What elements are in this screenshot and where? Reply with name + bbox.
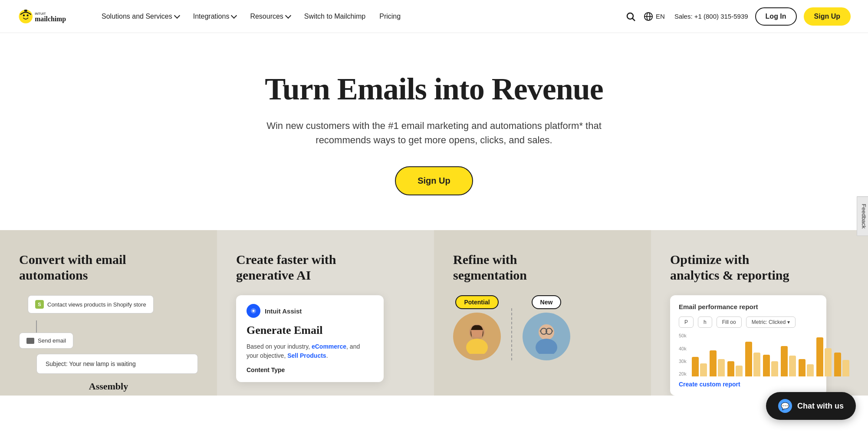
nav-links: Solutions and Services Integrations Reso…	[95, 9, 625, 24]
hero-subtitle: Win new customers with the #1 email mark…	[256, 119, 612, 147]
generate-email-desc: Based on your industry, eCommerce, and y…	[247, 342, 373, 360]
language-selector[interactable]: EN	[644, 12, 667, 21]
bar-light-2	[736, 366, 743, 376]
chat-button[interactable]: 💬 Chat with us	[766, 392, 856, 396]
bar-light-3	[753, 353, 760, 376]
tool-metric[interactable]: Metric: Clicked ▾	[746, 317, 796, 328]
tool-h[interactable]: h	[698, 317, 712, 328]
feature-card-automations: Convert with email automations S Contact…	[0, 230, 217, 396]
trigger-element: S Contact views products in Shopify stor…	[28, 295, 154, 313]
analytics-mockup: Email performance report P h Fill oo Met…	[670, 295, 826, 396]
phone-number: Sales: +1 (800) 315-5939	[674, 13, 748, 20]
connector-line	[36, 320, 37, 333]
y-axis-labels: 50k 40k 30k 20k	[679, 333, 687, 376]
nav-right: EN Sales: +1 (800) 315-5939 Log In Sign …	[625, 7, 851, 26]
tool-fill[interactable]: Fill oo	[717, 317, 742, 328]
hero-signup-button[interactable]: Sign Up	[395, 166, 473, 195]
bar-gold-7	[816, 337, 823, 376]
search-icon[interactable]	[625, 10, 637, 23]
assembly-label: Assembly	[19, 381, 198, 392]
report-title: Email performance report	[679, 303, 818, 310]
nav-switch[interactable]: Switch to Mailchimp	[298, 9, 372, 24]
bar-gold-0	[692, 357, 699, 376]
bar-gold-3	[745, 342, 752, 376]
bar-gold-1	[710, 350, 717, 376]
svg-text:INTUIT: INTUIT	[35, 11, 46, 15]
ecommerce-link[interactable]: eCommerce	[312, 343, 346, 350]
solutions-chevron-icon	[174, 13, 180, 19]
svg-line-7	[633, 18, 635, 21]
segment-person-2: New	[523, 295, 570, 360]
features-section: Convert with email automations S Contact…	[0, 230, 868, 396]
avatar-woman	[453, 313, 501, 360]
bar-light-4	[771, 361, 778, 376]
bar-light-0	[700, 363, 707, 376]
feature-card1-title: Convert with email automations	[19, 252, 141, 283]
feature-card4-title: Optimize with analytics & reporting	[670, 252, 792, 283]
send-email-element: Send email	[19, 333, 73, 349]
svg-point-16	[536, 339, 557, 354]
automation-mockup: S Contact views products in Shopify stor…	[19, 295, 198, 392]
nav-resources[interactable]: Resources	[244, 9, 296, 24]
intuit-assist-icon	[247, 304, 260, 318]
bar-group-8	[834, 353, 849, 376]
svg-text:mailchimp: mailchimp	[35, 15, 66, 23]
integrations-chevron-icon	[231, 13, 237, 19]
tool-p[interactable]: P	[679, 317, 694, 328]
hero-title: Turn Emails into Revenue	[17, 72, 851, 106]
generate-email-title: Generate Email	[247, 324, 373, 337]
bar-group-0	[692, 357, 707, 376]
feature-card2-title: Create faster with generative AI	[236, 252, 358, 283]
svg-rect-3	[24, 10, 27, 11]
signup-nav-button[interactable]: Sign Up	[804, 7, 851, 26]
bar-light-5	[789, 356, 796, 376]
email-subject-element: Subject: Your new lamp is waiting	[36, 354, 198, 374]
bar-group-7	[816, 337, 832, 376]
bar-group-4	[763, 355, 778, 376]
nav-pricing[interactable]: Pricing	[373, 9, 407, 24]
ai-mockup: Intuit Assist Generate Email Based on yo…	[236, 295, 384, 382]
bar-gold-6	[799, 359, 806, 376]
new-badge: New	[532, 295, 562, 309]
avatar-man	[523, 313, 570, 360]
sell-products-link[interactable]: Sell Products	[287, 352, 326, 359]
email-icon	[26, 338, 34, 344]
nav-solutions[interactable]: Solutions and Services	[95, 9, 185, 24]
bar-group-3	[745, 342, 760, 376]
feature-card-analytics: Optimize with analytics & reporting Emai…	[651, 230, 868, 396]
bar-group-1	[710, 350, 725, 376]
resources-chevron-icon	[285, 13, 291, 19]
intuit-assist-name: Intuit Assist	[265, 307, 302, 315]
bar-gold-8	[834, 353, 841, 376]
bar-light-6	[807, 364, 814, 376]
svg-point-2	[26, 14, 28, 16]
create-report-link[interactable]: Create custom report	[679, 381, 818, 388]
feature-card-segmentation: Refine with segmentation Potential	[434, 230, 651, 396]
navbar: INTUIT mailchimp Solutions and Services …	[0, 0, 868, 33]
bar-gold-5	[781, 346, 788, 376]
bar-chart	[690, 333, 851, 376]
bar-light-7	[825, 348, 832, 376]
feedback-tab[interactable]: Feedback	[857, 196, 868, 236]
hero-section: Turn Emails into Revenue Win new custome…	[0, 33, 868, 230]
intuit-assist-header: Intuit Assist	[247, 304, 373, 318]
potential-badge: Potential	[455, 295, 498, 309]
report-toolbar: P h Fill oo Metric: Clicked ▾	[679, 317, 818, 328]
feature-card3-title: Refine with segmentation	[453, 252, 575, 283]
svg-point-6	[627, 13, 633, 19]
bar-group-5	[781, 346, 796, 376]
svg-point-0	[19, 10, 33, 23]
bar-light-1	[718, 359, 725, 376]
logo[interactable]: INTUIT mailchimp	[17, 7, 78, 26]
feature-card-ai: Create faster with generative AI Intuit …	[217, 230, 434, 396]
segment-person-1: Potential	[453, 295, 501, 360]
svg-point-1	[23, 14, 25, 16]
segmentation-mockup: Potential New	[453, 295, 632, 360]
bar-group-2	[727, 361, 743, 376]
bar-gold-4	[763, 355, 770, 376]
nav-integrations[interactable]: Integrations	[187, 9, 243, 24]
svg-point-13	[466, 339, 488, 354]
login-button[interactable]: Log In	[755, 7, 797, 26]
content-type-label: Content Type	[247, 366, 373, 373]
bar-gold-2	[727, 361, 734, 376]
